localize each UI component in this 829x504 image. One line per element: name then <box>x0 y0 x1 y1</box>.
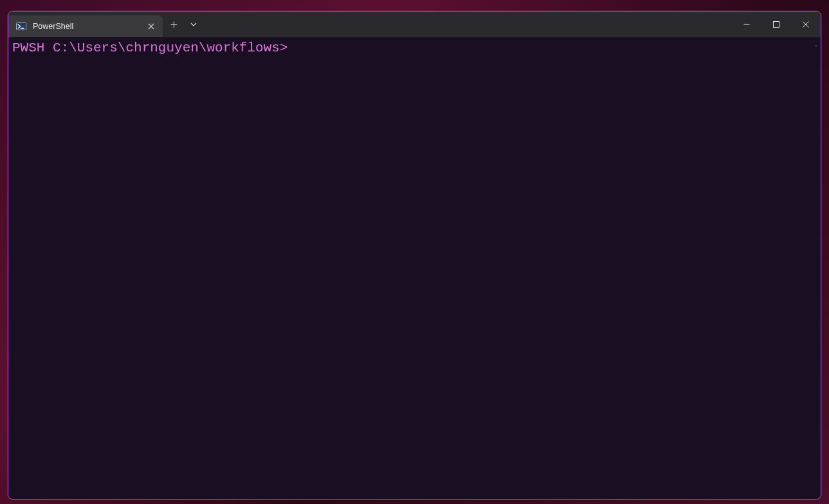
prompt-line: PWSH C:\Users\chrnguyen\workflows> <box>12 39 287 57</box>
tabstrip: PowerShell <box>8 12 163 37</box>
maximize-icon <box>773 21 779 28</box>
prompt-text: PWSH C:\Users\chrnguyen\workflows> <box>12 40 287 55</box>
titlebar: PowerShell <box>8 12 821 37</box>
minimize-button[interactable] <box>732 12 761 37</box>
window-controls <box>732 12 821 37</box>
svg-rect-0 <box>17 23 26 30</box>
minimize-icon <box>743 21 750 28</box>
tab-title: PowerShell <box>33 22 138 31</box>
terminal-window: PowerShell <box>8 11 821 500</box>
tab-powershell[interactable]: PowerShell <box>8 15 163 37</box>
close-window-button[interactable] <box>791 12 821 37</box>
powershell-icon <box>16 21 26 32</box>
chevron-down-icon <box>190 22 197 26</box>
close-icon <box>148 23 154 30</box>
plus-icon <box>170 21 178 28</box>
new-tab-button[interactable] <box>163 12 185 37</box>
tab-dropdown-button[interactable] <box>185 12 203 37</box>
maximize-button[interactable] <box>761 12 791 37</box>
svg-rect-3 <box>774 22 779 28</box>
titlebar-drag-region[interactable] <box>203 12 732 37</box>
close-icon <box>803 21 809 28</box>
terminal-pane[interactable]: - PWSH C:\Users\chrnguyen\workflows> <box>8 37 821 499</box>
scroll-indicator: - <box>814 41 818 50</box>
tab-close-button[interactable] <box>145 20 158 33</box>
